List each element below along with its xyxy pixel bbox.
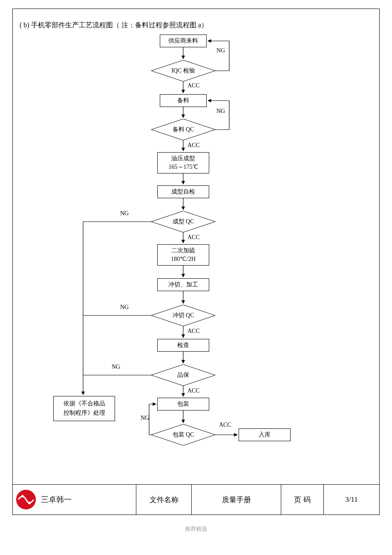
footer-page-label: 页 码 <box>281 485 324 515</box>
node-self-check: 成型自检 <box>157 185 209 198</box>
diagram-area: ( b) 手机零部件生产工艺流程图（ 注：备料过程参照流程图 a） 供应商来料 … <box>13 9 379 484</box>
svg-point-22 <box>28 502 31 504</box>
node-punch-qc: 冲切 QC <box>151 305 215 326</box>
label-acc: ACC <box>187 82 200 89</box>
node-prep-qc: 备料 QC <box>151 119 215 140</box>
page-frame: ( b) 手机零部件生产工艺流程图（ 注：备料过程参照流程图 a） 供应商来料 … <box>12 9 380 515</box>
node-qa: 品保 <box>151 364 215 386</box>
footer-page-value: 3/11 <box>324 485 379 515</box>
node-hydraulic: 油压成型 165～175℃ <box>157 152 209 173</box>
label-ng: NG <box>141 415 149 422</box>
node-pack-qc: 包装 QC <box>151 424 215 445</box>
label-ng: NG <box>120 210 129 217</box>
node-warehouse: 入库 <box>239 428 291 441</box>
label-acc: ACC <box>187 142 200 149</box>
label-ng: NG <box>216 108 225 115</box>
node-supplier: 供应商来料 <box>160 35 207 47</box>
footer-doc-name-label: 文件名称 <box>136 485 192 515</box>
node-vulcan: 二次加硫 180℃/2H <box>157 244 209 266</box>
node-mold-qc: 成型 QC <box>151 211 215 232</box>
footer-company-cell: 三卓韩一 <box>13 485 136 515</box>
bottom-note: 推荐精选 <box>9 525 383 533</box>
label-acc: ACC <box>187 234 200 241</box>
node-punch: 冲切、加工 <box>157 278 209 291</box>
label-acc: ACC <box>187 387 200 394</box>
label-ng: NG <box>112 364 120 370</box>
node-nonconform: 依据《不合格品 控制程序》处理 <box>53 396 115 421</box>
label-ng: NG <box>216 47 225 54</box>
label-acc: ACC <box>187 328 200 335</box>
footer-table: 三卓韩一 文件名称 质量手册 页 码 3/11 <box>13 484 379 515</box>
diagram-title: ( b) 手机零部件生产工艺流程图（ 注：备料过程参照流程图 a） <box>20 21 208 30</box>
label-ng: NG <box>120 304 129 311</box>
company-name: 三卓韩一 <box>41 494 72 505</box>
node-pack: 包装 <box>157 398 209 410</box>
node-iqc: IQC 检验 <box>151 60 215 81</box>
label-acc: ACC <box>219 422 231 428</box>
node-inspect: 检查 <box>157 339 209 352</box>
footer-doc-name-value: 质量手册 <box>192 485 281 515</box>
svg-point-21 <box>21 495 24 497</box>
node-prep: 备料 <box>160 94 207 107</box>
company-logo <box>16 490 36 509</box>
